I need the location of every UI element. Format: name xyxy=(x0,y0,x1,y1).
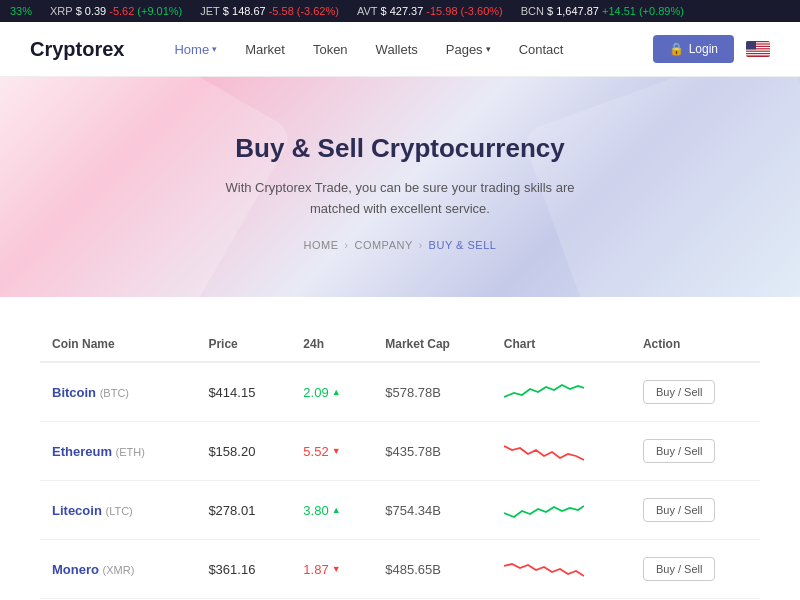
cell-price-2: $278.01 xyxy=(196,481,291,540)
nav-right: 🔒 Login xyxy=(653,35,770,63)
cell-price-3: $361.16 xyxy=(196,540,291,599)
cell-action-3[interactable]: Buy / Sell xyxy=(631,540,760,599)
cell-action-0[interactable]: Buy / Sell xyxy=(631,362,760,422)
buy-sell-button-0[interactable]: Buy / Sell xyxy=(643,380,715,404)
login-button[interactable]: 🔒 Login xyxy=(653,35,734,63)
cell-coin-name-1: Ethereum (ETH) xyxy=(40,422,196,481)
cell-change-3: 1.87 xyxy=(291,540,373,599)
breadcrumb-sep-1: › xyxy=(345,240,349,251)
col-coin-name: Coin Name xyxy=(40,327,196,362)
ticker-jet: JET $ 148.67 -5.58 (-3.62%) xyxy=(200,5,339,17)
cell-market-cap-2: $754.34B xyxy=(373,481,492,540)
cell-change-0: 2.09 xyxy=(291,362,373,422)
ticker-percent: 33% xyxy=(10,5,32,17)
cell-coin-name-2: Litecoin (LTC) xyxy=(40,481,196,540)
svg-rect-4 xyxy=(746,49,770,50)
col-action: Action xyxy=(631,327,760,362)
buy-sell-button-2[interactable]: Buy / Sell xyxy=(643,498,715,522)
cell-price-0: $414.15 xyxy=(196,362,291,422)
cell-action-1[interactable]: Buy / Sell xyxy=(631,422,760,481)
table-row: Ethereum (ETH) $158.20 5.52 $435.78B Buy… xyxy=(40,422,760,481)
svg-rect-7 xyxy=(746,41,756,49)
nav-pages[interactable]: Pages ▾ xyxy=(436,36,501,63)
cell-market-cap-3: $485.65B xyxy=(373,540,492,599)
cell-chart-3 xyxy=(492,540,631,599)
flag-us[interactable] xyxy=(746,41,770,57)
cell-price-1: $158.20 xyxy=(196,422,291,481)
svg-rect-6 xyxy=(746,54,770,55)
col-market-cap: Market Cap xyxy=(373,327,492,362)
logo: Cryptorex xyxy=(30,38,124,61)
nav-wallets[interactable]: Wallets xyxy=(366,36,428,63)
nav-links: Home ▾ Market Token Wallets Pages ▾ Cont… xyxy=(164,36,652,63)
ticker-xrp: XRP $ 0.39 -5.62 (+9.01%) xyxy=(50,5,182,17)
chevron-down-icon: ▾ xyxy=(212,44,217,54)
table-row: Litecoin (LTC) $278.01 3.80 $754.34B Buy… xyxy=(40,481,760,540)
cell-chart-2 xyxy=(492,481,631,540)
hero-subtitle: With Cryptorex Trade, you can be sure yo… xyxy=(210,178,590,220)
main-content: Coin Name Price 24h Market Cap Chart Act… xyxy=(0,297,800,600)
lock-icon: 🔒 xyxy=(669,42,684,56)
cell-chart-0 xyxy=(492,362,631,422)
nav-contact[interactable]: Contact xyxy=(509,36,574,63)
cell-coin-name-0: Bitcoin (BTC) xyxy=(40,362,196,422)
breadcrumb-company[interactable]: COMPANY xyxy=(354,239,412,251)
cell-coin-name-3: Monero (XMR) xyxy=(40,540,196,599)
nav-market[interactable]: Market xyxy=(235,36,295,63)
table-row: Bitcoin (BTC) $414.15 2.09 $578.78B Buy … xyxy=(40,362,760,422)
hero-title: Buy & Sell Cryptocurrency xyxy=(235,133,564,164)
navbar: Cryptorex Home ▾ Market Token Wallets Pa… xyxy=(0,22,800,77)
svg-rect-5 xyxy=(746,52,770,53)
ticker-percent-value: 33% xyxy=(10,5,32,17)
cell-market-cap-1: $435.78B xyxy=(373,422,492,481)
cell-chart-1 xyxy=(492,422,631,481)
buy-sell-button-3[interactable]: Buy / Sell xyxy=(643,557,715,581)
col-24h: 24h xyxy=(291,327,373,362)
breadcrumb-current: BUY & SELL xyxy=(429,239,497,251)
nav-token[interactable]: Token xyxy=(303,36,358,63)
hero-section: Buy & Sell Cryptocurrency With Cryptorex… xyxy=(0,77,800,297)
cell-action-2[interactable]: Buy / Sell xyxy=(631,481,760,540)
breadcrumb-home[interactable]: HOME xyxy=(304,239,339,251)
cell-change-1: 5.52 xyxy=(291,422,373,481)
cell-change-2: 3.80 xyxy=(291,481,373,540)
nav-home[interactable]: Home ▾ xyxy=(164,36,227,63)
cell-market-cap-0: $578.78B xyxy=(373,362,492,422)
col-price: Price xyxy=(196,327,291,362)
buy-sell-button-1[interactable]: Buy / Sell xyxy=(643,439,715,463)
col-chart: Chart xyxy=(492,327,631,362)
ticker-bcn: BCN $ 1,647.87 +14.51 (+0.89%) xyxy=(521,5,684,17)
table-header-row: Coin Name Price 24h Market Cap Chart Act… xyxy=(40,327,760,362)
ticker-bar: 33% XRP $ 0.39 -5.62 (+9.01%) JET $ 148.… xyxy=(0,0,800,22)
breadcrumb: HOME › COMPANY › BUY & SELL xyxy=(304,239,497,251)
chevron-down-icon: ▾ xyxy=(486,44,491,54)
ticker-avt: AVT $ 427.37 -15.98 (-3.60%) xyxy=(357,5,503,17)
crypto-table: Coin Name Price 24h Market Cap Chart Act… xyxy=(40,327,760,599)
table-row: Monero (XMR) $361.16 1.87 $485.65B Buy /… xyxy=(40,540,760,599)
breadcrumb-sep-2: › xyxy=(419,240,423,251)
